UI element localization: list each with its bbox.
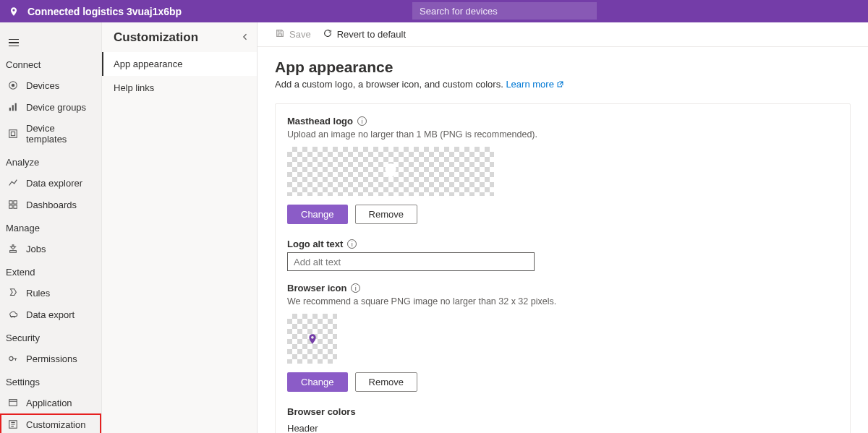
cloud-export-icon xyxy=(7,309,19,320)
customization-icon xyxy=(7,419,19,430)
sidebar-item-label: Device templates xyxy=(26,123,95,145)
sidebar-item-permissions[interactable]: Permissions xyxy=(0,348,101,369)
main-area: Save Revert to default App appearance Ad… xyxy=(258,22,868,433)
subpanel-title: Customization xyxy=(102,22,257,52)
toolbar: Save Revert to default xyxy=(258,22,868,47)
svg-rect-7 xyxy=(9,201,12,204)
hamburger-icon[interactable] xyxy=(9,39,19,47)
sidebar-item-jobs[interactable]: Jobs xyxy=(0,238,101,260)
sidebar-item-data-explorer[interactable]: Data explorer xyxy=(0,172,101,194)
devices-icon xyxy=(7,80,19,91)
svg-rect-10 xyxy=(14,205,17,208)
svg-rect-2 xyxy=(9,108,11,111)
svg-rect-9 xyxy=(9,205,12,208)
browser-icon-preview xyxy=(287,314,337,364)
external-link-icon xyxy=(556,80,564,90)
logo-alt-text-input[interactable] xyxy=(287,252,535,271)
masthead-help-text: Upload an image no larger than 1 MB (PNG… xyxy=(287,129,838,140)
header-color-label: Header xyxy=(287,423,838,433)
svg-point-1 xyxy=(12,84,14,87)
nav-heading-extend: Extend xyxy=(0,260,101,282)
template-icon xyxy=(7,128,19,140)
sidebar-item-label: Customization xyxy=(26,419,85,430)
sidebar-item-label: Rules xyxy=(26,288,50,299)
svg-rect-4 xyxy=(15,103,17,111)
browser-icon-help-text: We recommend a square PNG image no large… xyxy=(287,296,838,306)
svg-rect-5 xyxy=(9,130,17,138)
masthead-change-button[interactable]: Change xyxy=(287,205,348,224)
learn-more-link[interactable]: Learn more xyxy=(506,79,553,90)
save-button[interactable]: Save xyxy=(275,28,311,40)
location-pin-icon xyxy=(381,159,400,184)
app-title: Connected logistics 3vuaj1x6bp xyxy=(27,6,182,17)
save-label: Save xyxy=(289,29,311,40)
search-wrap xyxy=(412,2,597,20)
top-bar: Connected logistics 3vuaj1x6bp xyxy=(0,0,868,22)
browser-icon-label: Browser icon i xyxy=(287,283,838,293)
page-title: App appearance xyxy=(275,59,851,76)
sidebar-item-customization[interactable]: Customization xyxy=(0,413,101,433)
sub-panel: Customization App appearance Help links xyxy=(102,22,258,433)
search-input[interactable] xyxy=(412,2,597,20)
browser-icon-label-text: Browser icon xyxy=(287,283,346,293)
application-icon xyxy=(7,397,19,408)
sidebar: Connect Devices Device groups Device tem… xyxy=(0,22,102,433)
sidebar-item-label: Dashboards xyxy=(26,200,77,210)
sidebar-item-dashboards[interactable]: Dashboards xyxy=(0,194,101,215)
location-pin-icon xyxy=(307,331,318,347)
masthead-label-text: Masthead logo xyxy=(287,116,353,127)
info-icon[interactable]: i xyxy=(347,239,357,249)
logo-alt-text-label: Logo alt text i xyxy=(287,239,838,249)
masthead-preview xyxy=(287,147,494,196)
revert-label: Revert to default xyxy=(337,29,406,40)
subnav-item-help-links[interactable]: Help links xyxy=(102,76,257,100)
sidebar-item-device-templates[interactable]: Device templates xyxy=(0,118,101,150)
masthead-remove-button[interactable]: Remove xyxy=(355,205,417,224)
sidebar-item-label: Permissions xyxy=(26,353,77,364)
sidebar-item-application[interactable]: Application xyxy=(0,392,101,413)
save-icon xyxy=(275,28,285,40)
revert-button[interactable]: Revert to default xyxy=(323,28,406,40)
jobs-icon xyxy=(7,243,19,254)
sidebar-item-device-groups[interactable]: Device groups xyxy=(0,96,101,118)
sidebar-item-label: Application xyxy=(26,398,72,408)
nav-heading-manage: Manage xyxy=(0,215,101,238)
svg-rect-6 xyxy=(11,132,14,135)
info-icon[interactable]: i xyxy=(351,283,360,293)
sidebar-item-label: Data explorer xyxy=(26,178,82,189)
nav-heading-settings: Settings xyxy=(0,369,101,392)
alt-text-label-text: Logo alt text xyxy=(287,239,343,249)
line-chart-icon xyxy=(7,177,19,189)
refresh-icon xyxy=(323,28,333,40)
sidebar-item-label: Jobs xyxy=(26,244,46,254)
rules-icon xyxy=(7,287,19,299)
page-description: Add a custom logo, a browser icon, and c… xyxy=(275,79,851,90)
sidebar-item-label: Device groups xyxy=(26,102,86,113)
sidebar-item-devices[interactable]: Devices xyxy=(0,74,101,96)
browser-colors-label: Browser colors xyxy=(287,406,838,417)
browser-icon-remove-button[interactable]: Remove xyxy=(355,372,417,392)
svg-rect-13 xyxy=(9,400,17,406)
sidebar-item-rules[interactable]: Rules xyxy=(0,282,101,304)
browser-icon-change-button[interactable]: Change xyxy=(287,372,348,392)
nav-heading-analyze: Analyze xyxy=(0,150,101,172)
svg-rect-16 xyxy=(278,30,281,33)
bar-chart-icon xyxy=(7,101,19,113)
nav-heading-connect: Connect xyxy=(0,52,101,74)
nav-heading-security: Security xyxy=(0,325,101,348)
form-panel: Masthead logo i Upload an image no large… xyxy=(275,103,851,433)
sidebar-item-label: Data export xyxy=(26,309,75,320)
dashboard-icon xyxy=(7,199,19,210)
svg-rect-3 xyxy=(12,105,14,111)
svg-point-12 xyxy=(9,356,13,360)
info-icon[interactable]: i xyxy=(357,116,367,126)
sidebar-item-label: Devices xyxy=(26,80,59,91)
sidebar-item-data-export[interactable]: Data export xyxy=(0,304,101,325)
masthead-logo-label: Masthead logo i xyxy=(287,116,838,127)
collapse-panel-button[interactable] xyxy=(241,33,250,43)
app-logo-icon xyxy=(9,5,19,18)
subnav-item-app-appearance[interactable]: App appearance xyxy=(102,52,257,76)
svg-rect-8 xyxy=(14,201,17,204)
key-icon xyxy=(7,353,19,364)
page-desc-text: Add a custom logo, a browser icon, and c… xyxy=(275,79,506,90)
